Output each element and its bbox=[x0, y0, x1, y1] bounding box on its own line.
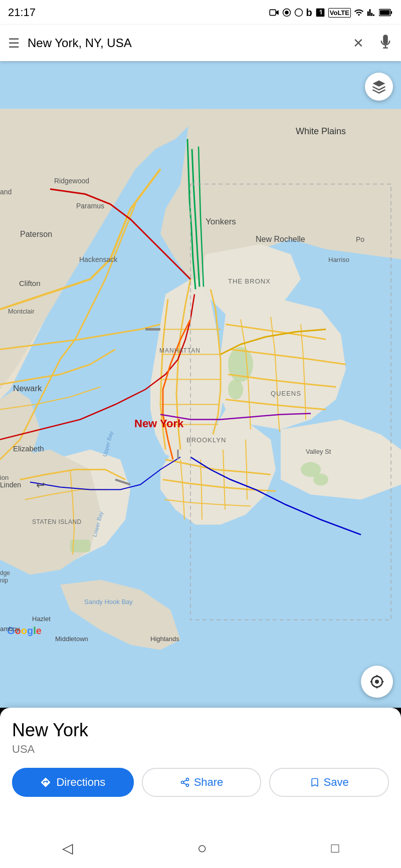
share-icon bbox=[180, 777, 190, 787]
directions-button[interactable]: Directions bbox=[12, 768, 134, 797]
layers-icon bbox=[371, 79, 386, 94]
brooklyn-label: BROOKLYN bbox=[186, 436, 226, 444]
highlands-label: Highlands bbox=[150, 635, 179, 643]
circle-icon-2 bbox=[294, 8, 303, 17]
ion-label: ion bbox=[0, 474, 9, 481]
svg-point-27 bbox=[186, 784, 188, 786]
map-container[interactable]: White Plains Ridgewood Paramus Paterson … bbox=[0, 61, 401, 708]
newark-label: Newark bbox=[13, 384, 42, 393]
paterson-label: Paterson bbox=[20, 230, 52, 238]
video-icon bbox=[269, 9, 279, 17]
ge-label: dge bbox=[0, 569, 10, 576]
staten-island-label: STATEN ISLAND bbox=[32, 518, 82, 525]
white-plains-label: White Plains bbox=[296, 126, 346, 136]
linden-label: Linden bbox=[0, 481, 21, 489]
svg-point-14 bbox=[228, 380, 243, 400]
ip-label: nip bbox=[0, 577, 8, 584]
svg-point-17 bbox=[313, 474, 328, 486]
sandy-hook-label: Sandy Hook Bay bbox=[84, 598, 133, 606]
nfc-icon bbox=[315, 8, 325, 18]
status-icons: b VoLTE bbox=[269, 7, 393, 19]
svg-rect-7 bbox=[380, 10, 390, 15]
volte-icon: VoLTE bbox=[328, 8, 351, 18]
wifi-icon bbox=[354, 8, 364, 18]
harriso-label: Harriso bbox=[328, 256, 349, 263]
bookmark-icon bbox=[310, 777, 320, 787]
amboy-label: amboy bbox=[0, 625, 20, 633]
po-label: Po bbox=[356, 235, 364, 243]
svg-line-29 bbox=[183, 780, 186, 781]
clifton-label: Clifton bbox=[19, 279, 41, 287]
new-rochelle-label: New Rochelle bbox=[256, 235, 305, 243]
back-button[interactable]: ◁ bbox=[62, 840, 73, 856]
svg-point-20 bbox=[375, 680, 379, 684]
search-input[interactable]: New York, NY, USA bbox=[28, 36, 345, 50]
b-icon: b bbox=[306, 7, 312, 19]
middletown-label: Middletown bbox=[55, 635, 88, 643]
mic-icon[interactable] bbox=[378, 34, 393, 52]
save-button[interactable]: Save bbox=[269, 768, 389, 797]
directions-label: Directions bbox=[56, 776, 105, 789]
signal-icon bbox=[367, 8, 376, 17]
share-label: Share bbox=[194, 776, 224, 789]
svg-marker-1 bbox=[276, 10, 279, 15]
svg-point-25 bbox=[186, 778, 188, 781]
new-york-label: New York bbox=[134, 417, 184, 430]
montclair-label: Montclair bbox=[8, 308, 35, 315]
ridgewood-label: Ridgewood bbox=[54, 177, 89, 185]
circle-icon-1 bbox=[282, 8, 291, 17]
location-icon bbox=[369, 674, 385, 690]
battery-icon bbox=[379, 8, 393, 17]
manhattan-label: MANHATTAN bbox=[159, 347, 200, 354]
recent-button[interactable]: □ bbox=[331, 840, 339, 856]
action-buttons: Directions Share Save bbox=[12, 768, 389, 797]
elizabeth-label: Elizabeth bbox=[13, 444, 44, 453]
status-time: 21:17 bbox=[8, 6, 36, 19]
location-button[interactable] bbox=[361, 666, 393, 698]
svg-line-28 bbox=[183, 783, 186, 784]
bronx-label: THE BRONX bbox=[228, 277, 271, 285]
hazlet-label: Hazlet bbox=[32, 615, 51, 623]
place-country: USA bbox=[12, 743, 389, 756]
layer-toggle-button[interactable] bbox=[365, 73, 393, 101]
valley-st-label: Valley St bbox=[306, 448, 331, 455]
map-svg: White Plains Ridgewood Paramus Paterson … bbox=[0, 61, 401, 708]
paramus-label: Paramus bbox=[76, 202, 104, 210]
directions-icon bbox=[40, 777, 51, 788]
share-button[interactable]: Share bbox=[142, 768, 262, 797]
svg-point-4 bbox=[295, 9, 302, 17]
menu-icon[interactable]: ☰ bbox=[8, 36, 20, 51]
svg-point-3 bbox=[285, 11, 289, 15]
place-name: New York bbox=[12, 720, 389, 741]
search-bar[interactable]: ☰ New York, NY, USA ✕ bbox=[0, 25, 401, 61]
queens-label: QUEENS bbox=[271, 390, 301, 397]
svg-rect-6 bbox=[390, 11, 392, 14]
svg-rect-0 bbox=[270, 10, 276, 15]
nav-bar: ◁ ○ □ bbox=[0, 828, 401, 868]
bottom-panel: New York USA Directions Share Save bbox=[0, 708, 401, 828]
save-label: Save bbox=[324, 776, 349, 789]
close-icon[interactable]: ✕ bbox=[353, 36, 364, 51]
hackensack-label: Hackensack bbox=[79, 255, 118, 263]
yonkers-label: Yonkers bbox=[206, 217, 236, 226]
home-button[interactable]: ○ bbox=[197, 839, 207, 857]
undo-icon: ↩ bbox=[36, 479, 45, 491]
status-bar: 21:17 b VoLTE bbox=[0, 0, 401, 25]
svg-point-26 bbox=[181, 781, 183, 784]
and-label: and bbox=[0, 188, 12, 196]
